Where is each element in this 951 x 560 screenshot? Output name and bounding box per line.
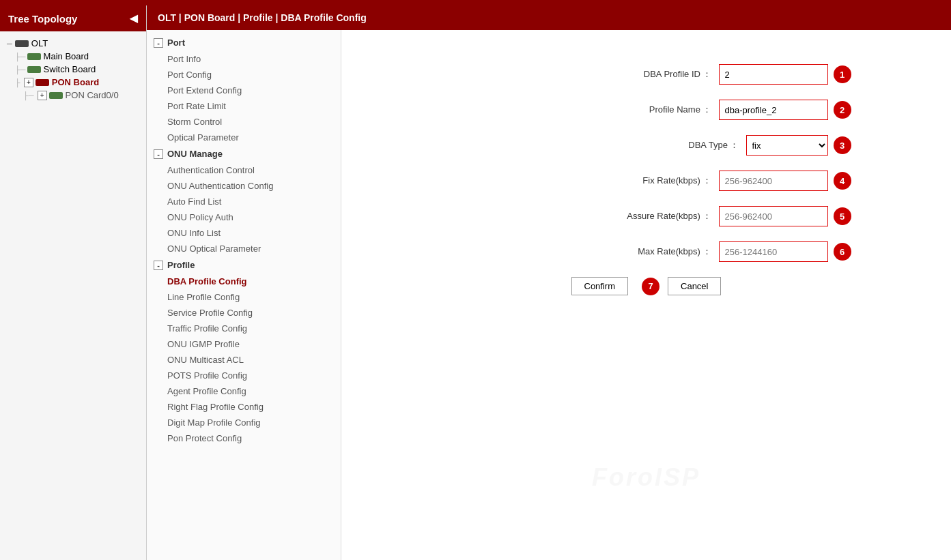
dba-type-label: DBA Type ： xyxy=(630,139,739,151)
nav-item-service-profile-config[interactable]: Service Profile Config xyxy=(147,305,341,321)
nav-item-storm-control[interactable]: Storm Control xyxy=(147,114,341,130)
confirm-button[interactable]: Confirm xyxy=(571,277,629,295)
step-badge-7: 7 xyxy=(642,278,659,295)
nav-item-dba-profile-config[interactable]: DBA Profile Config xyxy=(147,274,341,289)
sidebar-title: Tree Topology xyxy=(8,13,77,25)
dba-profile-id-label: DBA Profile ID ： xyxy=(603,68,712,80)
nav-item-onu-info-list[interactable]: ONU Info List xyxy=(147,225,341,241)
nav-item-onu-igmp-profile[interactable]: ONU IGMP Profile xyxy=(147,336,341,352)
tree-node-switch-board[interactable]: ├─ Switch Board xyxy=(4,63,142,76)
nav-item-pots-profile-config[interactable]: POTS Profile Config xyxy=(147,368,341,383)
tree-node-main-board[interactable]: ├─ Main Board xyxy=(4,50,142,63)
sidebar-toggle-icon[interactable]: ◀ xyxy=(130,12,138,25)
profile-toggle[interactable]: - xyxy=(154,261,163,270)
nav-item-agent-profile-config[interactable]: Agent Profile Config xyxy=(147,383,341,399)
form-panel: DBA Profile ID ： 1 Profile Name ： 2 DBA … xyxy=(341,30,951,560)
form-row-dba-type: DBA Type ： fix assure max fix+assure ass… xyxy=(442,135,851,156)
port-items: Port Info Port Config Port Extend Config… xyxy=(147,51,341,145)
sidebar-header: Tree Topology ◀ xyxy=(0,5,146,31)
step-badge-1: 1 xyxy=(834,65,851,83)
nav-item-optical-parameter[interactable]: Optical Parameter xyxy=(147,130,341,145)
nav-item-digit-map-profile-config[interactable]: Digit Map Profile Config xyxy=(147,415,341,430)
tree-node-pon-card[interactable]: ├─ + PON Card0/0 xyxy=(4,89,142,102)
fix-rate-input[interactable] xyxy=(719,171,828,191)
form-actions: Confirm 7 Cancel xyxy=(442,277,851,295)
nav-item-onu-multicast-acl[interactable]: ONU Multicast ACL xyxy=(147,352,341,368)
step-badge-2: 2 xyxy=(834,101,851,119)
nav-item-right-flag-profile-config[interactable]: Right Flag Profile Config xyxy=(147,399,341,415)
form-row-max-rate: Max Rate(kbps) ： 6 xyxy=(442,241,851,262)
form-row-dba-profile-id: DBA Profile ID ： 1 xyxy=(442,64,851,85)
dba-type-select[interactable]: fix assure max fix+assure assure+max xyxy=(746,135,828,156)
nav-item-auto-find-list[interactable]: Auto Find List xyxy=(147,194,341,209)
sidebar-content: ─ OLT ├─ Main Board ├─ Switch Board ├ + xyxy=(0,31,146,560)
tree-node-pon-board[interactable]: ├ + PON Board xyxy=(4,76,142,89)
nav-item-traffic-profile-config[interactable]: Traffic Profile Config xyxy=(147,321,341,336)
port-toggle[interactable]: - xyxy=(154,38,163,48)
onu-items: Authentication Control ONU Authenticatio… xyxy=(147,162,341,256)
dba-profile-id-input[interactable] xyxy=(719,64,828,85)
step-badge-4: 4 xyxy=(834,172,851,190)
tree-node-olt[interactable]: ─ OLT xyxy=(4,37,142,50)
assure-rate-input[interactable] xyxy=(719,206,828,226)
step-badge-6: 6 xyxy=(834,243,851,261)
dba-form: DBA Profile ID ： 1 Profile Name ： 2 DBA … xyxy=(442,57,851,295)
step-badge-5: 5 xyxy=(834,207,851,225)
breadcrumb: OLT | PON Board | Profile | DBA Profile … xyxy=(147,5,951,30)
nav-item-pon-protect-config[interactable]: Pon Protect Config xyxy=(147,430,341,446)
watermark: ForoISP xyxy=(592,463,700,492)
form-row-assure-rate: Assure Rate(kbps) ： 5 xyxy=(442,206,851,226)
nav-item-port-info[interactable]: Port Info xyxy=(147,51,341,67)
nav-item-port-config[interactable]: Port Config xyxy=(147,67,341,83)
nav-item-port-extend-config[interactable]: Port Extend Config xyxy=(147,83,341,98)
nav-item-onu-auth-config[interactable]: ONU Authentication Config xyxy=(147,178,341,194)
profile-name-input[interactable] xyxy=(719,100,828,120)
nav-section-profile[interactable]: - Profile xyxy=(147,256,341,274)
nav-item-onu-optical-parameter[interactable]: ONU Optical Parameter xyxy=(147,241,341,256)
nav-item-onu-policy-auth[interactable]: ONU Policy Auth xyxy=(147,209,341,225)
nav-panel: - Port Port Info Port Config Port Extend… xyxy=(147,30,341,560)
step-badge-3: 3 xyxy=(834,136,851,154)
profile-name-label: Profile Name ： xyxy=(603,104,712,116)
nav-item-port-rate-limit[interactable]: Port Rate Limit xyxy=(147,98,341,114)
nav-item-auth-control[interactable]: Authentication Control xyxy=(147,162,341,178)
nav-section-port[interactable]: - Port xyxy=(147,34,341,51)
nav-section-onu[interactable]: - ONU Manage xyxy=(147,145,341,162)
assure-rate-label: Assure Rate(kbps) ： xyxy=(603,210,712,222)
cancel-button[interactable]: Cancel xyxy=(668,277,721,295)
onu-toggle[interactable]: - xyxy=(154,149,163,159)
form-row-fix-rate: Fix Rate(kbps) ： 4 xyxy=(442,171,851,191)
max-rate-label: Max Rate(kbps) ： xyxy=(603,246,712,258)
profile-items: DBA Profile Config Line Profile Config S… xyxy=(147,274,341,446)
max-rate-input[interactable] xyxy=(719,241,828,262)
nav-item-line-profile-config[interactable]: Line Profile Config xyxy=(147,289,341,305)
fix-rate-label: Fix Rate(kbps) ： xyxy=(603,175,712,187)
form-row-profile-name: Profile Name ： 2 xyxy=(442,100,851,120)
